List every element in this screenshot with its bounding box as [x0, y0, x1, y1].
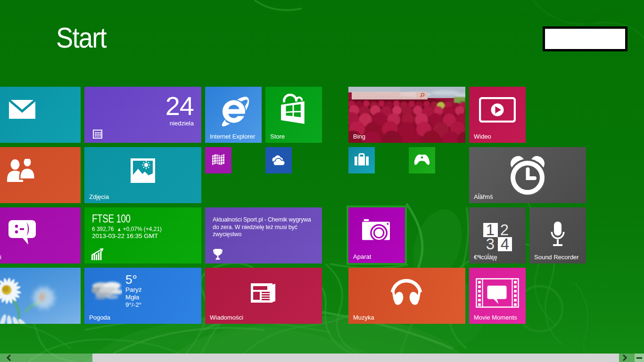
svg-text:4: 4	[501, 235, 509, 251]
svg-text:3: 3	[486, 235, 495, 251]
